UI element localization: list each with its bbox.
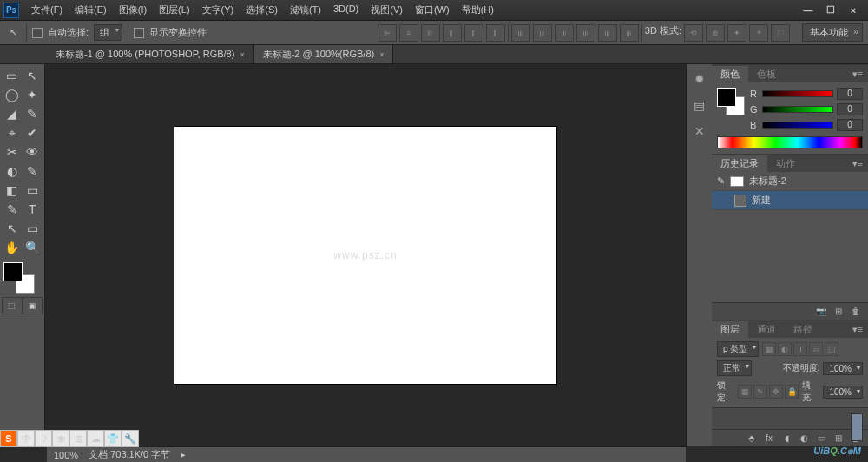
r-value[interactable]: 0 xyxy=(837,88,863,100)
color-spectrum[interactable] xyxy=(717,136,863,148)
panel-menu-icon[interactable]: ▾≡ xyxy=(847,158,868,169)
b-slider[interactable] xyxy=(762,122,833,129)
opacity-value[interactable]: 100% xyxy=(823,362,863,375)
distribute-icon[interactable]: ⫼ xyxy=(511,24,530,42)
ime-moon-icon[interactable]: ☽ xyxy=(35,430,52,447)
lock-transparent-icon[interactable]: ▦ xyxy=(738,385,752,399)
eraser-tool[interactable]: ◐ xyxy=(2,162,23,181)
swatches-tab[interactable]: 色板 xyxy=(748,66,785,82)
adjustments-strip-icon[interactable]: ✕ xyxy=(690,122,709,141)
menu-help[interactable]: 帮助(H) xyxy=(457,2,499,18)
shape-tool[interactable]: ▭ xyxy=(23,219,43,238)
menu-file[interactable]: 文件(F) xyxy=(26,2,68,18)
screenmode-button[interactable]: ▣ xyxy=(23,297,43,314)
menu-select[interactable]: 选择(S) xyxy=(240,2,283,18)
g-value[interactable]: 0 xyxy=(837,103,863,116)
swatches-strip-icon[interactable]: ▤ xyxy=(690,96,709,115)
r-slider[interactable] xyxy=(762,90,833,97)
filter-shape-icon[interactable]: ▱ xyxy=(809,342,823,356)
tab-close-icon[interactable]: × xyxy=(379,50,384,59)
color-tab[interactable]: 颜色 xyxy=(712,66,748,82)
align-icon[interactable]: ⫿ xyxy=(443,24,462,42)
ime-shirt-icon[interactable]: 👕 xyxy=(104,430,122,447)
layers-list[interactable] xyxy=(712,407,868,429)
panel-menu-icon[interactable]: ▾≡ xyxy=(847,324,868,335)
wand-tool[interactable]: ✦ xyxy=(23,85,43,104)
b-value[interactable]: 0 xyxy=(837,119,863,131)
history-step[interactable]: 新建 xyxy=(712,191,868,210)
lock-pixels-icon[interactable]: ✎ xyxy=(753,385,767,399)
panel-menu-icon[interactable]: ▾≡ xyxy=(847,69,868,80)
hand-tool[interactable]: ✋ xyxy=(2,238,23,257)
history-tab[interactable]: 历史记录 xyxy=(712,155,767,172)
crop-tool[interactable]: ◢ xyxy=(2,104,23,123)
auto-select-checkbox[interactable] xyxy=(32,28,43,38)
link-icon[interactable]: ⬘ xyxy=(745,432,759,445)
color-swatches[interactable] xyxy=(717,88,745,116)
trash-icon[interactable]: 🗑 xyxy=(849,306,863,318)
paths-tab[interactable]: 路径 xyxy=(785,321,821,338)
path-select-tool[interactable]: ↖ xyxy=(2,219,23,238)
document-canvas[interactable] xyxy=(174,127,556,384)
layer-kind-filter[interactable]: ρ 类型 xyxy=(717,341,759,357)
align-icon[interactable]: ≡ xyxy=(399,24,418,42)
document-tab-active[interactable]: 未标题-2 @ 100%(RGB/8) × xyxy=(254,45,394,63)
menu-layer[interactable]: 图层(L) xyxy=(154,2,194,18)
dodge-tool[interactable]: ▭ xyxy=(23,181,43,200)
menu-type[interactable]: 文字(Y) xyxy=(197,2,240,18)
heal-tool[interactable]: ⌖ xyxy=(2,123,23,142)
3d-mode-icon[interactable]: ⌖ xyxy=(749,24,768,42)
stamp-tool[interactable]: ✂ xyxy=(2,142,23,162)
filter-adjust-icon[interactable]: ◐ xyxy=(778,342,792,356)
distribute-icon[interactable]: ⫼ xyxy=(598,24,617,42)
menu-view[interactable]: 视图(V) xyxy=(365,2,408,18)
marquee-tool[interactable]: ▭ xyxy=(2,66,23,85)
fx-icon[interactable]: fx xyxy=(762,432,776,445)
menu-image[interactable]: 图像(I) xyxy=(114,2,152,18)
foreground-background-swatches[interactable] xyxy=(3,262,35,294)
eyedropper-tool[interactable]: ✎ xyxy=(23,104,43,123)
distribute-icon[interactable]: ⫼ xyxy=(555,24,574,42)
lock-position-icon[interactable]: ✥ xyxy=(769,385,783,399)
align-icon[interactable]: ⊪ xyxy=(421,24,440,42)
align-icon[interactable]: ⫿ xyxy=(486,24,505,42)
menu-edit[interactable]: 编辑(E) xyxy=(69,2,112,18)
ime-keyboard-icon[interactable]: ⊞ xyxy=(69,430,87,447)
distribute-icon[interactable]: ⫼ xyxy=(576,24,595,42)
filter-pixel-icon[interactable]: ▦ xyxy=(762,342,776,356)
ime-cloud-icon[interactable]: ☁ xyxy=(87,430,104,447)
blend-mode-select[interactable]: 正常 xyxy=(717,360,752,376)
layers-tab[interactable]: 图层 xyxy=(712,321,748,338)
minimize-button[interactable]: — xyxy=(797,3,819,18)
auto-select-target[interactable]: 组 xyxy=(94,24,122,41)
zoom-tool[interactable]: 🔍 xyxy=(23,238,43,257)
camera-icon[interactable]: 📷 xyxy=(814,306,828,318)
lasso-tool[interactable]: ◯ xyxy=(2,85,23,104)
3d-mode-icon[interactable]: ⊕ xyxy=(706,24,725,42)
menu-filter[interactable]: 滤镜(T) xyxy=(285,2,326,18)
3d-mode-icon[interactable]: ✦ xyxy=(727,24,746,42)
document-tab[interactable]: 未标题-1 @ 100% (PHOTOSHOP, RGB/8) × xyxy=(47,45,254,63)
distribute-icon[interactable]: ⫼ xyxy=(620,24,639,42)
workspace-selector[interactable]: 基本功能 xyxy=(802,23,863,42)
3d-mode-icon[interactable]: ⟲ xyxy=(684,24,703,42)
quickmask-button[interactable]: ⬚ xyxy=(2,297,23,314)
brush-tool[interactable]: ✔ xyxy=(23,123,43,142)
move-tool[interactable]: ↖ xyxy=(23,66,43,85)
g-slider[interactable] xyxy=(762,106,833,113)
lock-all-icon[interactable]: 🔒 xyxy=(785,385,799,399)
layer-thumb[interactable] xyxy=(851,413,863,441)
distribute-icon[interactable]: ⫼ xyxy=(533,24,552,42)
align-icon[interactable]: ⫿ xyxy=(464,24,483,42)
ime-wrench-icon[interactable]: 🔧 xyxy=(122,430,139,447)
color-strip-icon[interactable]: ✹ xyxy=(690,69,709,89)
channels-tab[interactable]: 通道 xyxy=(748,321,785,338)
fill-value[interactable]: 100% xyxy=(823,386,863,399)
pen-tool[interactable]: ✎ xyxy=(2,200,23,219)
status-arrow-icon[interactable]: ▸ xyxy=(181,449,186,460)
gradient-tool[interactable]: ✎ xyxy=(23,162,43,181)
tab-close-icon[interactable]: × xyxy=(240,50,244,59)
blur-tool[interactable]: ◧ xyxy=(2,181,23,200)
new-snapshot-icon[interactable]: ⊞ xyxy=(832,306,845,318)
show-transform-checkbox[interactable] xyxy=(134,28,144,38)
